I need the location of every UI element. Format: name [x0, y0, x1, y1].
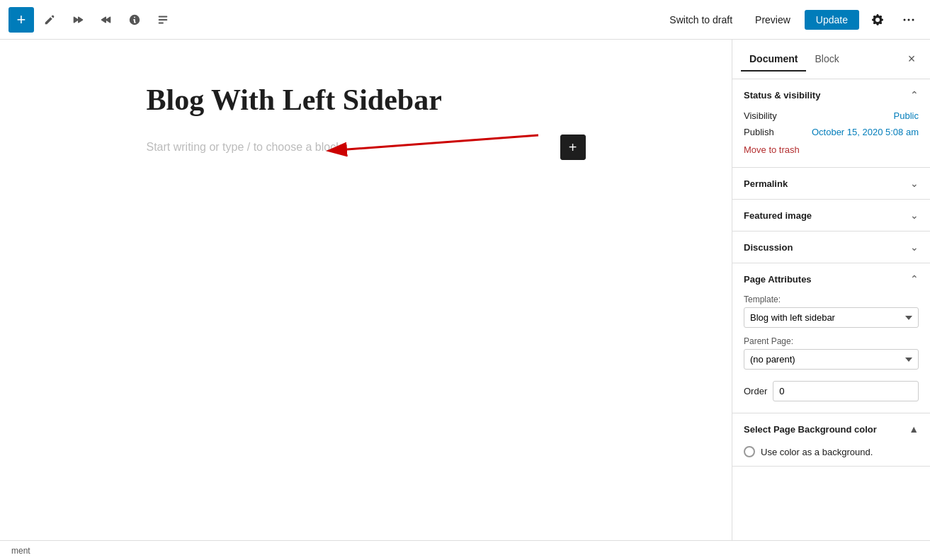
template-select[interactable]: Blog with left sidebar Default Template … — [744, 307, 919, 328]
editor-content: Blog With Left Sidebar Start writing or … — [147, 82, 586, 160]
page-attributes-header[interactable]: Page Attributes ⌃ — [732, 263, 930, 295]
undo-button[interactable] — [65, 7, 91, 33]
redo-icon — [100, 13, 113, 26]
tab-block[interactable]: Block — [806, 47, 847, 72]
update-button[interactable]: Update — [805, 10, 859, 30]
bg-color-use-label: Use color as a background. — [761, 447, 873, 457]
parent-page-label: Parent Page: — [744, 336, 919, 346]
pencil-icon — [43, 13, 56, 26]
order-input[interactable] — [773, 381, 919, 401]
sidebar-tabs: Document Block × — [732, 40, 930, 79]
order-row: Order — [744, 381, 919, 401]
more-options-button[interactable] — [896, 7, 922, 33]
permalink-chevron: ⌄ — [910, 178, 919, 189]
preview-button[interactable]: Preview — [747, 10, 799, 30]
bg-color-radio[interactable] — [744, 446, 755, 457]
placeholder-text: Start writing or type / to choose a bloc… — [147, 141, 342, 154]
visibility-value-link[interactable]: Public — [894, 110, 919, 121]
ellipsis-icon — [902, 13, 916, 27]
page-attributes-title: Page Attributes — [744, 274, 812, 285]
sidebar-close-button[interactable]: × — [902, 50, 922, 69]
main-layout: Blog With Left Sidebar Start writing or … — [0, 40, 930, 540]
page-attributes-chevron-up: ⌃ — [910, 273, 919, 285]
add-block-inline-button[interactable]: + — [560, 135, 586, 160]
order-label: Order — [744, 386, 767, 396]
redo-button[interactable] — [93, 7, 119, 33]
section-status-visibility: Status & visibility ⌃ Visibility Public … — [732, 79, 930, 168]
list-icon — [157, 13, 169, 26]
page-title[interactable]: Blog With Left Sidebar — [147, 82, 586, 118]
move-to-trash-link[interactable]: Move to trash — [744, 144, 800, 155]
permalink-title: Permalink — [744, 178, 788, 189]
gear-icon — [871, 13, 885, 27]
publish-label: Publish — [744, 127, 774, 137]
status-visibility-title: Status & visibility — [744, 90, 820, 101]
status-visibility-chevron-up: ⌃ — [910, 89, 919, 101]
settings-button[interactable] — [865, 7, 890, 33]
page-attributes-content: Template: Blog with left sidebar Default… — [732, 295, 930, 413]
add-block-toolbar-button[interactable]: + — [8, 7, 34, 33]
status-visibility-content: Visibility Public Publish October 15, 20… — [732, 110, 930, 167]
discussion-chevron: ⌄ — [910, 241, 919, 253]
editor-placeholder-row: Start writing or type / to choose a bloc… — [147, 135, 586, 160]
editor-area[interactable]: Blog With Left Sidebar Start writing or … — [0, 40, 732, 188]
parent-page-select[interactable]: (no parent) — [744, 349, 919, 370]
template-label: Template: — [744, 295, 919, 304]
section-discussion: Discussion ⌄ — [732, 232, 930, 263]
section-status-visibility-header[interactable]: Status & visibility ⌃ — [732, 79, 930, 110]
bg-color-header[interactable]: Select Page Background color ▲ — [732, 413, 930, 446]
status-bar: ment — [0, 540, 930, 560]
status-text: ment — [11, 546, 30, 556]
undo-icon — [72, 13, 84, 26]
info-icon — [128, 13, 141, 26]
section-permalink: Permalink ⌄ — [732, 168, 930, 200]
switch-to-draft-button[interactable]: Switch to draft — [661, 10, 741, 30]
featured-image-chevron: ⌄ — [910, 210, 919, 221]
publish-row: Publish October 15, 2020 5:08 am — [744, 127, 919, 137]
right-sidebar: Document Block × Status & visibility ⌃ V… — [732, 40, 930, 540]
discussion-title: Discussion — [744, 242, 793, 253]
bg-color-content: Use color as a background. — [732, 446, 930, 466]
bg-color-title: Select Page Background color — [744, 423, 877, 436]
toolbar-right: Switch to draft Preview Update — [661, 7, 922, 33]
editor-wrapper: Blog With Left Sidebar Start writing or … — [0, 40, 732, 540]
discussion-header[interactable]: Discussion ⌄ — [732, 232, 930, 263]
toolbar-left: + — [8, 7, 661, 33]
featured-image-header[interactable]: Featured image ⌄ — [732, 200, 930, 231]
bg-color-arrow-up: ▲ — [909, 423, 919, 435]
svg-point-1 — [908, 18, 910, 21]
toolbar: + Switch to draft Pre — [0, 0, 930, 40]
tab-document[interactable]: Document — [741, 47, 806, 72]
visibility-label: Visibility — [744, 110, 777, 121]
publish-date-link[interactable]: October 15, 2020 5:08 am — [812, 127, 919, 137]
visibility-row: Visibility Public — [744, 110, 919, 121]
section-page-attributes: Page Attributes ⌃ Template: Blog with le… — [732, 263, 930, 413]
info-button[interactable] — [122, 7, 147, 33]
permalink-header[interactable]: Permalink ⌄ — [732, 168, 930, 199]
list-view-button[interactable] — [150, 7, 176, 33]
section-featured-image: Featured image ⌄ — [732, 200, 930, 232]
featured-image-title: Featured image — [744, 210, 812, 221]
edit-icon-button[interactable] — [37, 7, 62, 33]
section-bg-color: Select Page Background color ▲ Use color… — [732, 413, 930, 467]
svg-point-0 — [904, 18, 906, 21]
svg-point-2 — [912, 18, 914, 21]
